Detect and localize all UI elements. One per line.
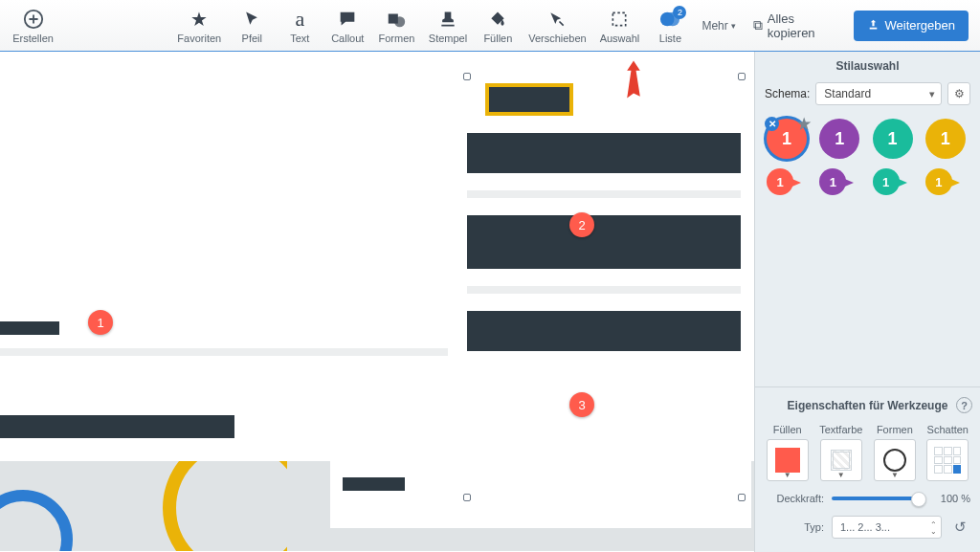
schema-select[interactable]: Standard	[815, 82, 942, 105]
star-icon: ★	[797, 115, 811, 133]
callout-swatch[interactable]: 1	[819, 168, 859, 195]
callout-swatch-row: 1111	[755, 163, 980, 209]
properties-sidepanel: Stilauswahl Schema: Standard ⚙ 1✕★111 11…	[754, 52, 980, 552]
style-swatch[interactable]: 1	[819, 119, 859, 159]
star-icon: ★	[190, 8, 208, 31]
move-tool-button[interactable]: Verschieben	[522, 0, 592, 51]
canvas[interactable]: 1 2 3	[0, 52, 754, 552]
list-badge-icon: 2	[659, 8, 680, 31]
selection-handle[interactable]	[463, 494, 471, 501]
callout-swatch[interactable]: 1	[767, 168, 807, 195]
help-button[interactable]: ?	[956, 397, 972, 413]
chevron-down-icon: ▼	[891, 471, 899, 479]
copy-icon: ⧉	[753, 17, 763, 33]
schema-settings-button[interactable]: ⚙	[947, 82, 970, 105]
opacity-value: 100 %	[928, 493, 970, 504]
marquee-icon	[610, 8, 629, 31]
schema-label: Schema:	[765, 87, 810, 100]
content-block	[467, 311, 741, 351]
upload-icon	[867, 18, 880, 33]
svg-point-8	[400, 183, 412, 194]
shapes-tool-button[interactable]: Formen	[371, 0, 421, 51]
toolbar: Erstellen ★ Favoriten Pfeil a Text Callo…	[0, 0, 980, 52]
stamp-tool-button[interactable]: Stempel	[422, 0, 475, 51]
step-badge-2[interactable]: 2	[569, 212, 594, 237]
chevron-down-icon: ▾	[731, 21, 736, 31]
share-button[interactable]: Weitergeben	[854, 11, 969, 41]
copy-all-button[interactable]: ⧉ Alles kopieren	[744, 6, 846, 46]
move-cursor-icon	[547, 8, 567, 31]
paint-bucket-icon	[488, 8, 507, 31]
content-card	[330, 461, 751, 528]
favorites-button[interactable]: ★ Favoriten	[170, 0, 228, 51]
chevron-down-icon: ▼	[784, 471, 791, 479]
stamp-icon	[438, 8, 457, 31]
opacity-label: Deckkraft:	[765, 493, 824, 504]
reset-button[interactable]: ↺	[949, 517, 970, 538]
callout-swatch[interactable]: 1	[873, 168, 913, 195]
content-column	[467, 76, 741, 368]
style-swatch[interactable]: 1✕★	[767, 119, 807, 159]
tool-property-row: Füllen ▼ Textfarbe ▼ Formen ▼ Schatten	[755, 418, 980, 483]
tool-props-title: Eigenschaften für Werkzeuge ?	[755, 391, 980, 418]
shape-picker[interactable]: ▼	[874, 439, 916, 481]
undo-icon: ↺	[954, 519, 967, 536]
type-select[interactable]: 1... 2... 3...	[832, 516, 942, 539]
create-button[interactable]: Erstellen	[6, 0, 60, 51]
content-block	[0, 321, 59, 335]
decorative-arcs	[0, 461, 287, 551]
callout-swatch[interactable]: 1	[925, 168, 966, 195]
styles-title: Stilauswahl	[755, 52, 980, 78]
list-tool-button[interactable]: 2 Liste	[646, 0, 694, 51]
select-tool-button[interactable]: Auswahl	[592, 0, 646, 51]
svg-point-2	[395, 16, 406, 27]
step-badge-3[interactable]: 3	[569, 392, 594, 417]
style-swatch[interactable]: 1	[873, 119, 913, 159]
content-block	[467, 133, 741, 173]
content-block	[0, 84, 287, 119]
list-badge-count: 2	[673, 6, 686, 19]
remove-icon[interactable]: ✕	[765, 117, 779, 131]
svg-rect-7	[260, 225, 397, 239]
content-block	[343, 477, 405, 491]
plus-circle-icon	[23, 8, 44, 31]
text-color-picker[interactable]: ▼	[820, 439, 862, 481]
selection-handle[interactable]	[738, 494, 746, 501]
selection-handle[interactable]	[463, 73, 471, 80]
canvas-workspace[interactable]: 1 2 3	[0, 52, 754, 552]
content-block	[0, 415, 234, 438]
content-divider	[0, 348, 448, 356]
type-label: Typ:	[765, 521, 824, 533]
cursor-arrow-icon	[242, 8, 261, 31]
text-tool-button[interactable]: a Text	[276, 0, 323, 51]
fill-color-picker[interactable]: ▼	[767, 439, 809, 481]
gear-icon: ⚙	[954, 87, 965, 100]
chevron-down-icon: ▼	[837, 471, 845, 479]
fill-tool-button[interactable]: Füllen	[474, 0, 522, 51]
step-badge-1[interactable]: 1	[88, 310, 113, 335]
callout-tool-button[interactable]: Callout	[323, 0, 371, 51]
style-swatch-grid: 1✕★111	[755, 109, 980, 163]
selection-handle[interactable]	[738, 73, 746, 80]
shapes-icon	[386, 8, 407, 31]
svg-rect-3	[613, 12, 626, 25]
more-menu[interactable]: Mehr ▾	[694, 0, 743, 51]
text-icon: a	[295, 8, 304, 31]
graduation-laptop-icon	[260, 99, 428, 257]
opacity-slider[interactable]	[832, 497, 921, 500]
style-swatch[interactable]: 1	[925, 119, 966, 159]
content-block	[467, 215, 741, 269]
shadow-picker[interactable]	[926, 439, 969, 481]
arrow-tool-button[interactable]: Pfeil	[228, 0, 276, 51]
speech-bubble-icon	[337, 8, 358, 31]
